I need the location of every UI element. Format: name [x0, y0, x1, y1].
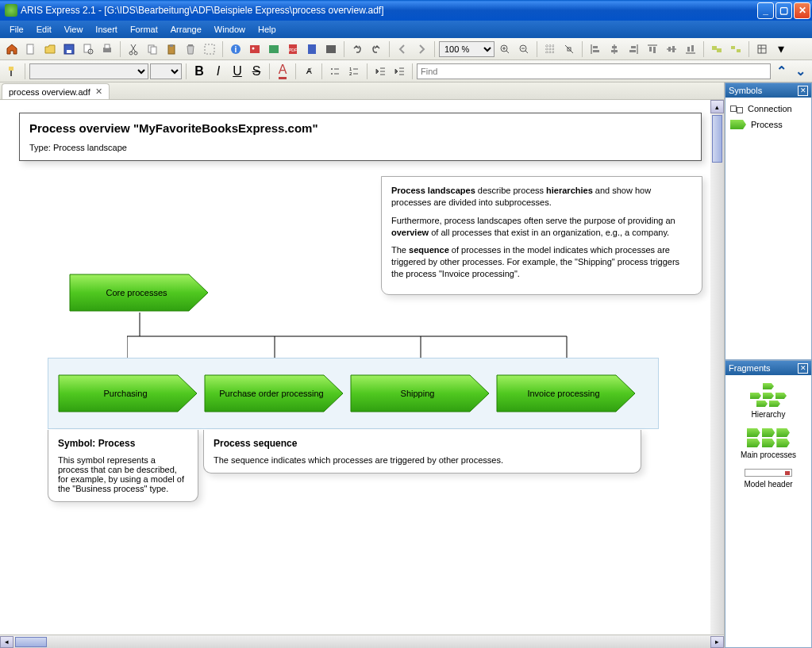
zoom-out-button[interactable]	[515, 40, 533, 58]
home-button[interactable]	[3, 40, 21, 58]
symbol-connection[interactable]: Connection	[729, 101, 808, 117]
font-color-button[interactable]: A	[274, 63, 291, 80]
format-painter-button[interactable]	[3, 63, 21, 80]
svg-rect-28	[593, 50, 599, 52]
select-all-button[interactable]	[201, 40, 218, 58]
menu-window[interactable]: Window	[208, 22, 252, 36]
scroll-up-button[interactable]: ▴	[710, 100, 724, 113]
svg-rect-39	[712, 46, 717, 50]
nav-forward-button[interactable]	[413, 40, 430, 58]
find-input[interactable]	[417, 63, 771, 79]
svg-rect-40	[717, 48, 722, 52]
maximize-button[interactable]: ▢	[775, 2, 792, 19]
align-bottom-button[interactable]	[682, 40, 699, 58]
cut-button[interactable]	[125, 40, 142, 58]
symbols-panel-close-icon[interactable]: ✕	[798, 86, 808, 96]
clear-format-button[interactable]: A̸	[300, 63, 317, 80]
zoom-select[interactable]: 100 %	[439, 41, 495, 57]
print-button[interactable]	[98, 40, 116, 58]
process-core[interactable]: Core processes	[68, 273, 211, 312]
new-button[interactable]	[22, 40, 40, 58]
redo-button[interactable]	[368, 40, 385, 58]
fragment-hierarchy[interactable]: Hierarchy	[729, 378, 808, 424]
align-middle-button[interactable]	[663, 40, 680, 58]
canvas[interactable]: Process overview "MyFavoriteBooksExpress…	[0, 100, 706, 635]
font-select[interactable]	[29, 63, 148, 79]
save-button[interactable]	[60, 40, 78, 58]
export-rtf-button[interactable]	[303, 40, 321, 58]
canvas-scroll[interactable]: Process overview "MyFavoriteBooksExpress…	[0, 100, 724, 635]
find-next-button[interactable]: ⌄	[791, 63, 809, 80]
find-prev-button[interactable]: ⌃	[772, 63, 790, 80]
model-header-box[interactable]: Process overview "MyFavoriteBooksExpress…	[19, 113, 702, 161]
delete-button[interactable]	[182, 40, 199, 58]
export-image-button[interactable]	[246, 40, 264, 58]
fragments-panel-close-icon[interactable]: ✕	[798, 363, 808, 374]
fragment-model-header[interactable]: Model header	[729, 464, 808, 493]
numbering-button[interactable]: 12	[345, 63, 363, 80]
open-button[interactable]	[41, 40, 59, 58]
bold-button[interactable]: B	[190, 63, 208, 80]
underline-button[interactable]: U	[229, 63, 246, 80]
export-pdf-button[interactable]: PDF	[284, 40, 302, 58]
fragment-main-processes[interactable]: Main processes	[729, 424, 808, 464]
svg-rect-13	[188, 44, 193, 46]
process-shipping[interactable]: Shipping	[349, 374, 492, 413]
print-preview-button[interactable]	[79, 40, 97, 58]
scroll-right-button[interactable]: ▸	[710, 636, 724, 648]
process-invoice[interactable]: Invoice processing	[495, 374, 638, 413]
menu-format[interactable]: Format	[124, 22, 164, 36]
export-emf-button[interactable]	[265, 40, 283, 58]
horizontal-scrollbar[interactable]: ◂ ▸	[0, 635, 724, 648]
process-shipping-label: Shipping	[349, 374, 492, 413]
font-size-select[interactable]	[150, 63, 182, 79]
snap-button[interactable]	[560, 40, 578, 58]
symbol-process[interactable]: Process	[729, 117, 808, 132]
minimize-button[interactable]: _	[757, 2, 774, 19]
scroll-left-button[interactable]: ◂	[0, 636, 13, 648]
strikethrough-button[interactable]: S	[248, 63, 265, 80]
align-top-button[interactable]	[644, 40, 661, 58]
svg-rect-30	[611, 50, 618, 52]
menu-help[interactable]: Help	[252, 22, 283, 36]
menu-insert[interactable]: Insert	[89, 22, 124, 36]
grid-button[interactable]	[541, 40, 559, 58]
paste-button[interactable]	[163, 40, 180, 58]
align-right-button[interactable]	[625, 40, 642, 58]
process-purchasing[interactable]: Purchasing	[57, 374, 200, 413]
menu-arrange[interactable]: Arrange	[164, 22, 208, 36]
vertical-scrollbar[interactable]: ▴	[710, 100, 724, 635]
callout-sequence[interactable]: Process sequence The sequence indicates …	[203, 430, 641, 474]
export-button[interactable]	[322, 40, 340, 58]
ungroup-button[interactable]	[727, 40, 745, 58]
menu-view[interactable]: View	[58, 22, 90, 36]
titlebar: ARIS Express 2.1 - [G:\IDS\Bearbeitung\A…	[0, 0, 812, 21]
svg-rect-17	[250, 45, 260, 53]
copy-button[interactable]	[144, 40, 161, 58]
align-center-button[interactable]	[606, 40, 623, 58]
tab-document[interactable]: process overview.adf ✕	[2, 83, 110, 99]
tab-close-icon[interactable]: ✕	[95, 86, 102, 97]
align-left-button[interactable]	[587, 40, 604, 58]
outdent-button[interactable]	[371, 63, 389, 80]
layout-dropdown[interactable]: ▾	[772, 40, 790, 58]
menu-edit[interactable]: Edit	[30, 22, 58, 36]
layout-button[interactable]	[753, 40, 771, 58]
undo-button[interactable]	[348, 40, 366, 58]
group-button[interactable]	[708, 40, 725, 58]
description-box[interactable]: Process landscapes describe process hier…	[381, 176, 702, 295]
menu-file[interactable]: File	[3, 22, 30, 36]
process-purchase-order[interactable]: Purchase order processing	[203, 374, 346, 413]
hscroll-thumb[interactable]	[15, 637, 47, 647]
indent-button[interactable]	[391, 63, 408, 80]
italic-button[interactable]: I	[210, 63, 227, 80]
symbols-panel-header[interactable]: Symbols ✕	[725, 83, 811, 98]
bullets-button[interactable]	[326, 63, 344, 80]
callout-symbol[interactable]: Symbol: Process This symbol represents a…	[48, 430, 198, 502]
close-button[interactable]: ✕	[794, 2, 810, 19]
zoom-in-button[interactable]	[496, 40, 514, 58]
info-button[interactable]: i	[227, 40, 244, 58]
vscroll-thumb[interactable]	[712, 115, 722, 163]
fragments-panel-header[interactable]: Fragments ✕	[725, 361, 811, 375]
nav-back-button[interactable]	[394, 40, 411, 58]
